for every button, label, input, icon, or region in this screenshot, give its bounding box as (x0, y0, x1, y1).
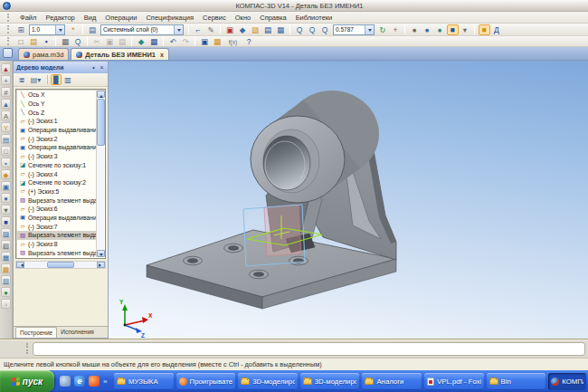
menu-item[interactable]: Библиотеки (291, 14, 337, 22)
cube-icon[interactable]: ▣ (1, 181, 11, 191)
tree-item[interactable]: ╲ Ось X (17, 91, 96, 100)
help-icon[interactable]: ? (243, 36, 255, 47)
tree-bottom-tab[interactable]: Исполнения (57, 327, 98, 338)
copy-style-icon[interactable]: ◆ (136, 36, 147, 47)
menu-item[interactable]: Спецификация (141, 14, 198, 22)
zoom-area-icon[interactable]: Q (319, 24, 331, 35)
tree-item[interactable]: ╲ Ось Y (17, 100, 96, 109)
save-icon[interactable]: ▪ (41, 36, 52, 47)
taskbar-button-analogi[interactable]: Аналоги (362, 373, 422, 390)
separator[interactable] (474, 24, 475, 34)
grid-snap-icon[interactable]: ⊞ (15, 24, 27, 35)
panel-icon[interactable]: ▥ (1, 275, 11, 285)
separator[interactable] (194, 36, 195, 46)
model-mode-icon[interactable]: Д (491, 24, 503, 35)
tree-item[interactable]: ▨ Вырезать элемент выдавлива (17, 196, 96, 205)
step-combo[interactable]: 1.0 (29, 24, 65, 35)
tree-item[interactable]: ▣ Операция выдавливания:3 (17, 214, 96, 223)
separator[interactable] (289, 24, 290, 34)
sheet-icon[interactable]: ▤ (1, 134, 11, 144)
preview-icon[interactable]: Q (72, 36, 84, 47)
menu-item[interactable]: Окно (231, 14, 255, 22)
sheet-icon[interactable]: ▦ (275, 24, 287, 35)
menu-item[interactable]: Файл (15, 14, 41, 22)
menu-item[interactable]: Справка (255, 14, 290, 22)
separator[interactable] (87, 36, 88, 46)
pan-icon[interactable]: + (390, 24, 402, 35)
tree-view-icon[interactable]: ≣ (16, 74, 27, 85)
dot-icon[interactable]: ● (1, 287, 11, 297)
taskbar-button-3d-modeling-2[interactable]: 3D-моделирова... (300, 373, 360, 390)
separator[interactable] (82, 24, 83, 34)
pencil-icon[interactable]: ✎ (205, 24, 217, 35)
library-icon[interactable]: ▤ (262, 24, 274, 35)
tree-horizontal-scrollbar[interactable] (15, 261, 106, 269)
menu-item[interactable]: Сервис (198, 14, 231, 22)
quick-launch-icon-1[interactable] (60, 376, 71, 387)
menu-item[interactable]: Редактор (41, 14, 79, 22)
halftone-icon[interactable]: ● (422, 24, 433, 35)
property-bar-field[interactable] (33, 342, 585, 356)
tree-item[interactable]: ▨ Вырезать элемент выдавлива (17, 248, 96, 257)
tab-list-button[interactable] (3, 48, 13, 58)
separator[interactable] (55, 36, 56, 46)
tree-item[interactable]: ▱ (-) Эскиз:1 (17, 117, 96, 126)
tree-item[interactable]: ▱ (-) Эскиз:8 (17, 240, 96, 249)
plus-icon[interactable]: + (1, 75, 11, 85)
tree-item[interactable]: ▱ (+) Эскиз:5 (17, 187, 96, 196)
separator[interactable] (220, 24, 221, 34)
edit-arrows-icon[interactable]: ▲ (1, 63, 11, 73)
solid-icon[interactable]: ▪ (1, 158, 11, 167)
drag-handle[interactable] (26, 343, 29, 354)
grid-icon[interactable]: # (1, 87, 11, 97)
zoom-out-icon[interactable]: Q (307, 24, 318, 35)
down-icon[interactable]: ▼ (1, 205, 11, 215)
copy-icon[interactable]: ▣ (104, 36, 116, 47)
start-button[interactable]: пуск (0, 370, 54, 392)
square-icon[interactable]: □ (1, 146, 11, 156)
axis-icon[interactable]: Y (1, 122, 11, 132)
spreadsheet-icon[interactable]: ▦ (148, 36, 160, 47)
zoom-in-icon[interactable]: Q (294, 24, 306, 35)
new-document-icon[interactable]: □ (15, 36, 27, 47)
tree-item[interactable]: ▣ Операция выдавливания:1 (17, 126, 96, 135)
isometry-icon[interactable]: ■ (479, 24, 490, 35)
taskbar-button-player[interactable]: Проигрыватель ... (176, 373, 236, 390)
rotate-view-icon[interactable]: ↻ (377, 24, 389, 35)
separator[interactable] (188, 24, 189, 34)
tree-vertical-scrollbar[interactable] (96, 91, 104, 257)
hatch-cube-icon[interactable]: ▨ (1, 228, 11, 238)
mesh-cube-icon[interactable]: ▦ (1, 252, 11, 262)
zoom-combo[interactable]: 0.5787 (333, 24, 375, 35)
taskbar-button-vpl-pdf[interactable]: VPL.pdf - Foxit R... (424, 373, 484, 390)
paste-icon[interactable]: ▤ (117, 36, 128, 47)
scrollbar-thumb[interactable] (97, 99, 105, 146)
open-icon[interactable]: ▤ (28, 36, 40, 47)
taskbar-button-muzyka[interactable]: МУЗЫКА (114, 373, 174, 390)
orientation-cube-icon[interactable]: ■ (447, 24, 459, 35)
menu-item[interactable]: Операции (100, 14, 141, 22)
diamond-icon[interactable]: ◆ (1, 169, 11, 179)
hatch-icon[interactable]: ▨ (250, 24, 261, 35)
document-tab[interactable]: Деталь БЕЗ ИМЕНИ1 x (71, 48, 169, 60)
scroll-left-icon[interactable] (16, 262, 24, 268)
print-icon[interactable]: ▦ (60, 36, 71, 47)
calendar-icon[interactable]: ▦ (212, 36, 223, 47)
color-icon[interactable]: ▣ (224, 24, 236, 35)
quick-launch-more-chevron[interactable]: » (103, 378, 107, 386)
quick-launch-icon-3[interactable] (89, 376, 100, 387)
sphere-icon[interactable]: ● (1, 193, 11, 203)
scroll-up-icon[interactable] (97, 91, 105, 98)
close-icon[interactable]: × (98, 63, 106, 72)
undo-icon[interactable]: ↶ (167, 36, 179, 47)
triangle-icon[interactable]: ▲ (1, 99, 11, 109)
text-icon[interactable]: A (1, 110, 11, 120)
scrollbar-thumb[interactable] (47, 262, 74, 268)
window-icon[interactable]: ▣ (199, 36, 211, 47)
separator[interactable] (163, 36, 164, 46)
pin-icon[interactable]: • (90, 63, 98, 72)
document-tab[interactable]: рама.m3d (18, 48, 69, 60)
tree-item[interactable]: ▨ Вырезать элемент выдавлива (17, 231, 96, 240)
wireframe-icon[interactable]: ● (409, 24, 421, 35)
tree-item[interactable]: ▱ (-) Эскиз:7 (17, 222, 96, 231)
